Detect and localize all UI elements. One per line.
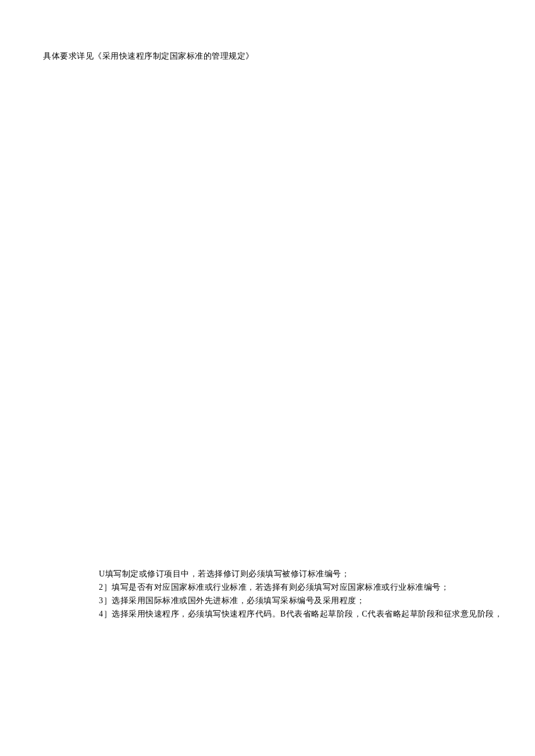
- footnote-block: U填写制定或修订项目中，若选择修订则必须填写被修订标准编号； 2］填写是否有对应…: [99, 567, 506, 621]
- top-note-text: 具体要求详见《采用快速程序制定国家标准的管理规定》: [43, 51, 254, 62]
- footnote-line-4: 4］选择采用快速程序，必须填写快速程序代码。B代表省略起草阶段，C代表省略起草阶…: [99, 607, 506, 621]
- footnote-line-3: 3］选择采用国际标准或国外先进标准，必须填写采标编号及采用程度；: [99, 594, 506, 607]
- footnote-line-1: U填写制定或修订项目中，若选择修订则必须填写被修订标准编号；: [99, 567, 506, 581]
- footnote-line-2: 2］填写是否有对应国家标准或行业标准，若选择有则必须填写对应国家标准或行业标准编…: [99, 581, 506, 594]
